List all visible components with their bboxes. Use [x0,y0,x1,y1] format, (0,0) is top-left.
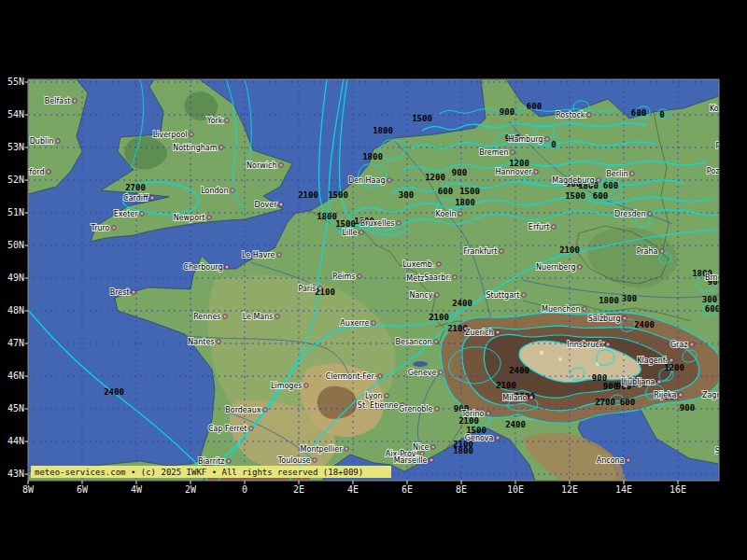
contour-value-label: 600 [631,108,646,118]
city-label: Innsbruck [567,341,604,349]
city-marker [606,343,610,346]
city-marker [453,275,457,279]
contour-value-label: 1200 [425,173,445,182]
city-marker [627,458,630,462]
city-marker [217,340,220,343]
city-label: Cherbourg [183,263,222,272]
lat-label: 45N [7,403,24,413]
contour-value-label: 2400 [509,366,529,375]
contour-value-label: 0 [551,140,556,149]
contour-value-label: 1500 [335,219,356,229]
lat-label: 49N [7,273,24,283]
city-label: Cardiff [123,194,148,203]
city-marker [690,343,694,346]
city-label: Brest [110,288,130,297]
city-label: Dover [255,201,278,209]
city-marker [318,287,322,290]
lon-label: 14E [615,484,632,495]
city-marker [434,340,438,343]
contour-value-label: 2400 [634,320,655,329]
city-label: Zuerich [465,329,493,337]
city-marker [132,290,135,294]
caption-text: meteo-services.com • (c) 2025 IWKF • All… [35,468,363,477]
contour-value-label: 1500 [328,190,348,200]
city-marker [437,262,441,266]
city-label: Torino [461,410,485,418]
city-marker [150,196,154,200]
contour-value-label: 2100 [429,313,449,322]
city-marker [249,427,253,430]
city-label: Hamburg [508,135,543,144]
city-label: Berlin [606,170,627,178]
city-label: York [206,117,223,125]
city-label: Clermont-Fer. [326,372,376,381]
city-label: Ljubljana [621,378,655,386]
city-label: Exeter [114,210,139,218]
city-marker [225,265,229,269]
city-label: Cap Ferret [208,425,247,433]
city-label: Luxemb. [402,260,434,269]
lat-label: 47N [7,338,24,348]
city-label: Besancon [396,338,432,346]
city-marker [140,212,144,216]
lon-label: 10E [507,484,524,495]
contour-value-label: 900 [680,403,695,413]
city-label: Auxerre [340,319,369,328]
city-marker [345,447,348,451]
city-marker [657,380,661,384]
city-marker [279,163,283,167]
city-marker [669,358,673,362]
lat-label: 55N [7,77,24,87]
lon-label: 12E [561,484,578,495]
city-label: Muenchen [542,305,580,314]
city-label: Le Mans [243,313,274,321]
contour-value-label: 1500 [459,187,480,196]
city-marker [458,212,462,216]
city-marker [496,330,500,334]
city-label: Milano [502,394,527,402]
city-marker [190,133,193,136]
contour-value-label: 0 [659,110,664,119]
city-marker [372,321,375,325]
city-label: Montpellier [301,445,344,454]
city-marker [56,139,60,143]
city-marker [73,99,77,103]
contour-value-label: 600 [438,187,453,196]
city-marker [227,459,231,463]
city-label: Frankfurt [463,247,497,256]
city-label: Marseille [394,456,428,465]
city-marker [223,315,227,318]
contour-value-label: 900 [452,168,467,177]
city-marker [275,315,279,318]
weather-map-svg: 1800150090060090006000120018001200900600… [0,0,747,560]
city-label: Lyon [365,392,382,400]
lat-label: 54N [7,109,24,119]
city-label: Saarbr. [424,273,450,282]
city-label: Nancy [409,291,432,300]
lon-label: 6W [77,484,89,495]
city-marker [648,212,652,216]
weather-map-screen: 1800150090060090006000120018001200900600… [0,0,747,560]
contour-value-label: 600 [593,191,608,201]
city-marker [660,249,664,253]
city-marker [435,407,439,411]
city-marker [359,231,363,234]
lat-label: 53N [7,142,24,152]
city-label: Nottingham [173,144,217,152]
city-marker [47,170,50,174]
city-label: Bordeaux [225,406,261,414]
contour-value-label: 600 [527,102,542,111]
city-label: Newport [174,214,205,222]
city-label: Lille [342,229,357,237]
contour-value-label: 600 [620,398,635,407]
city-marker [597,178,600,182]
city-label: Liverpool [153,131,188,139]
city-label: Bremen [479,148,508,157]
city-marker [304,384,308,387]
city-label: Erfurt [529,223,550,231]
city-marker [578,265,582,269]
city-marker [112,226,116,230]
contour-value-label: 600 [705,304,720,314]
city-label: Klagenf. [637,357,667,365]
contour-value-label: 2700 [595,398,615,407]
